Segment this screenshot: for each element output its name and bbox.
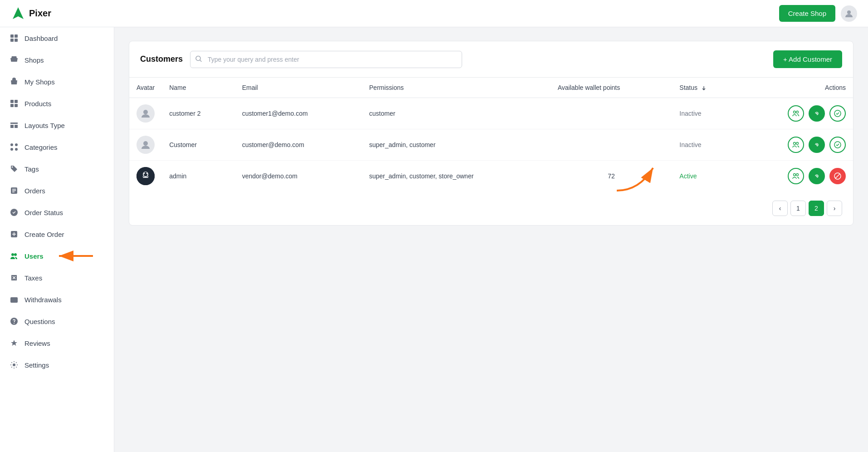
avatar [137, 104, 155, 123]
search-input[interactable] [190, 51, 462, 68]
sidebar-item-tags[interactable]: Tags [0, 158, 114, 180]
col-status: Status [672, 78, 738, 98]
sidebar-item-users[interactable]: Users [0, 245, 114, 267]
svg-point-11 [10, 143, 13, 146]
next-page-button[interactable]: › [827, 201, 842, 216]
sidebar-label-tags: Tags [24, 165, 39, 173]
sidebar-item-reviews[interactable]: Reviews [0, 332, 114, 354]
logo-text: Pixer [29, 8, 51, 19]
svg-rect-8 [15, 100, 18, 103]
svg-point-48 [796, 174, 799, 176]
sidebar-item-shops[interactable]: Shops [0, 49, 114, 71]
col-email: Email [235, 78, 362, 98]
create-shop-button[interactable]: Create Shop [779, 5, 835, 22]
customers-table: Avatar Name Email Permissions Available … [129, 77, 853, 192]
cell-status: Inactive [672, 98, 738, 129]
sidebar-label-layouts-type: Layouts Type [24, 122, 65, 129]
table-body: customer 2 customer1@demo.com customer I… [129, 98, 853, 192]
sidebar-label-orders: Orders [24, 187, 45, 195]
sidebar-label-taxes: Taxes [24, 274, 42, 282]
sidebar-item-questions[interactable]: Questions [0, 310, 114, 332]
col-name: Name [162, 78, 234, 98]
svg-point-44 [146, 173, 148, 174]
avatar [137, 167, 155, 185]
svg-point-43 [144, 173, 145, 174]
cell-avatar [129, 98, 162, 129]
prev-page-button[interactable]: ‹ [772, 201, 788, 216]
svg-rect-6 [13, 60, 15, 62]
svg-point-42 [144, 172, 147, 177]
wallet-button[interactable] [809, 105, 825, 122]
page-2-button[interactable]: 2 [809, 201, 824, 216]
sidebar-item-orders[interactable]: Orders [0, 180, 114, 201]
cell-actions [738, 129, 853, 161]
svg-point-20 [14, 253, 17, 256]
svg-rect-5 [15, 39, 18, 42]
sidebar-label-my-shops: My Shops [24, 78, 55, 86]
svg-point-29 [794, 111, 796, 113]
customers-panel: Customers + Add Customer Avatar Name Ema… [129, 41, 853, 226]
wallet-button[interactable] [809, 168, 825, 184]
logo: Pixer [11, 6, 51, 21]
sidebar-item-withdrawals[interactable]: Withdrawals [0, 289, 114, 310]
edit-permissions-button[interactable] [788, 105, 804, 122]
svg-rect-2 [10, 34, 14, 38]
svg-rect-9 [10, 104, 14, 107]
reviews-icon [9, 338, 19, 348]
myshops-icon [9, 77, 19, 87]
sidebar-item-order-status[interactable]: Order Status [0, 201, 114, 223]
approve-button[interactable] [829, 105, 846, 122]
svg-point-13 [10, 148, 13, 151]
svg-point-35 [794, 142, 796, 145]
sidebar-item-layouts-type[interactable]: Layouts Type [0, 114, 114, 136]
edit-permissions-button[interactable] [788, 168, 804, 184]
settings-icon [9, 360, 19, 370]
edit-permissions-button[interactable] [788, 137, 804, 153]
svg-point-36 [796, 142, 799, 145]
categories-icon [9, 142, 19, 152]
cell-permissions: super_admin, customer, store_owner [362, 161, 551, 192]
cell-avatar [129, 161, 162, 192]
approve-button[interactable] [829, 137, 846, 153]
cell-permissions: customer [362, 98, 551, 129]
svg-rect-22 [10, 297, 18, 303]
orderstatus-icon [9, 207, 19, 217]
svg-point-15 [12, 167, 13, 168]
tags-icon [9, 164, 19, 174]
wallet-button[interactable] [809, 137, 825, 153]
cell-status: Active [672, 161, 738, 192]
sidebar-item-products[interactable]: Products [0, 93, 114, 114]
svg-rect-3 [15, 34, 18, 38]
svg-point-14 [15, 148, 18, 151]
sidebar-item-dashboard[interactable]: Dashboard [0, 27, 114, 49]
svg-point-28 [143, 110, 148, 114]
user-avatar-icon[interactable] [841, 5, 857, 22]
svg-point-19 [11, 253, 14, 256]
svg-marker-0 [13, 7, 24, 19]
sidebar-label-products: Products [24, 100, 51, 108]
cell-email: customer1@demo.com [235, 98, 362, 129]
sidebar-item-create-order[interactable]: Create Order [0, 223, 114, 245]
sidebar-item-my-shops[interactable]: My Shops [0, 71, 114, 93]
sidebar-item-categories[interactable]: Categories [0, 136, 114, 158]
page-1-button[interactable]: 1 [790, 201, 806, 216]
search-icon [195, 55, 202, 63]
sidebar: Dashboard Shops My Shops Products [0, 27, 114, 452]
app-body: Dashboard Shops My Shops Products [0, 27, 868, 452]
sidebar-label-settings: Settings [24, 361, 49, 369]
main-content: Customers + Add Customer Avatar Name Ema… [114, 27, 868, 452]
sidebar-item-taxes[interactable]: Taxes [0, 267, 114, 289]
svg-rect-46 [142, 176, 149, 177]
ban-button[interactable] [829, 168, 846, 184]
sidebar-label-shops: Shops [24, 56, 44, 64]
sidebar-item-settings[interactable]: Settings [0, 354, 114, 376]
taxes-icon [9, 273, 19, 283]
table-row: customer 2 customer1@demo.com customer I… [129, 98, 853, 129]
createorder-icon [9, 229, 19, 239]
search-box [190, 51, 462, 68]
add-customer-button[interactable]: + Add Customer [773, 50, 842, 68]
pagination: ‹ 1 2 › [129, 192, 853, 225]
svg-rect-10 [15, 104, 18, 107]
svg-point-23 [12, 300, 13, 302]
sidebar-label-order-status: Order Status [24, 209, 63, 216]
